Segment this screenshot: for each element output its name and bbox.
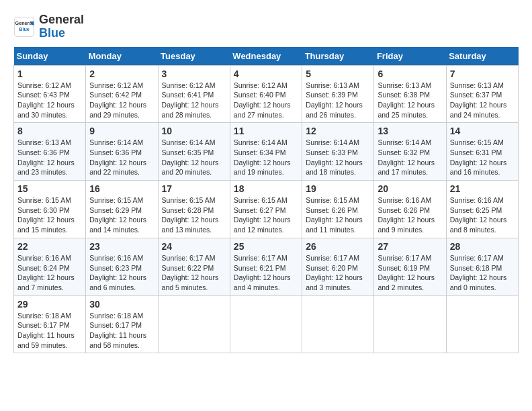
day-info: Sunrise: 6:14 AMSunset: 6:34 PMDaylight:…: [234, 138, 298, 177]
day-number: 1: [17, 68, 82, 79]
table-row: 18 Sunrise: 6:15 AMSunset: 6:27 PMDaylig…: [230, 181, 302, 238]
calendar-row: 29 Sunrise: 6:18 AMSunset: 6:17 PMDaylig…: [14, 295, 519, 353]
header-wednesday: Wednesday: [230, 47, 302, 66]
day-number: 28: [450, 241, 515, 252]
day-number: 27: [378, 241, 442, 252]
table-row: [374, 295, 446, 353]
table-row: 14 Sunrise: 6:15 AMSunset: 6:31 PMDaylig…: [446, 123, 518, 181]
day-info: Sunrise: 6:13 AMSunset: 6:38 PMDaylight:…: [378, 81, 442, 120]
table-row: [230, 295, 302, 353]
day-number: 7: [450, 68, 515, 79]
day-info: Sunrise: 6:16 AMSunset: 6:25 PMDaylight:…: [450, 195, 515, 235]
table-row: 11 Sunrise: 6:14 AMSunset: 6:34 PMDaylig…: [230, 123, 302, 181]
day-number: 13: [378, 126, 442, 136]
table-row: [158, 295, 230, 353]
day-info: Sunrise: 6:15 AMSunset: 6:27 PMDaylight:…: [234, 195, 298, 235]
table-row: 26 Sunrise: 6:17 AMSunset: 6:20 PMDaylig…: [302, 238, 374, 295]
table-row: 8 Sunrise: 6:13 AMSunset: 6:36 PMDayligh…: [14, 123, 86, 181]
day-info: Sunrise: 6:16 AMSunset: 6:23 PMDaylight:…: [89, 253, 154, 293]
header-monday: Monday: [86, 47, 158, 66]
day-number: 16: [89, 183, 154, 194]
day-info: Sunrise: 6:14 AMSunset: 6:32 PMDaylight:…: [378, 138, 442, 177]
day-number: 29: [17, 299, 82, 310]
calendar-row: 22 Sunrise: 6:16 AMSunset: 6:24 PMDaylig…: [14, 238, 519, 295]
day-number: 6: [378, 68, 442, 79]
table-row: 25 Sunrise: 6:17 AMSunset: 6:21 PMDaylig…: [230, 238, 302, 295]
table-row: 9 Sunrise: 6:14 AMSunset: 6:36 PMDayligh…: [86, 123, 158, 181]
day-info: Sunrise: 6:12 AMSunset: 6:43 PMDaylight:…: [17, 81, 82, 120]
day-number: 15: [17, 183, 82, 194]
table-row: 15 Sunrise: 6:15 AMSunset: 6:30 PMDaylig…: [14, 181, 86, 238]
table-row: 29 Sunrise: 6:18 AMSunset: 6:17 PMDaylig…: [14, 295, 86, 353]
table-row: 4 Sunrise: 6:12 AMSunset: 6:40 PMDayligh…: [230, 65, 302, 123]
logo: General Blue General Blue: [13, 13, 84, 40]
table-row: 24 Sunrise: 6:17 AMSunset: 6:22 PMDaylig…: [158, 238, 230, 295]
day-info: Sunrise: 6:16 AMSunset: 6:26 PMDaylight:…: [378, 195, 442, 235]
header-tuesday: Tuesday: [158, 47, 230, 66]
day-info: Sunrise: 6:13 AMSunset: 6:36 PMDaylight:…: [17, 138, 82, 177]
day-header-row: Sunday Monday Tuesday Wednesday Thursday…: [14, 47, 519, 66]
day-info: Sunrise: 6:16 AMSunset: 6:24 PMDaylight:…: [17, 253, 82, 293]
table-row: 12 Sunrise: 6:14 AMSunset: 6:33 PMDaylig…: [302, 123, 374, 181]
day-number: 20: [378, 183, 442, 194]
day-info: Sunrise: 6:12 AMSunset: 6:42 PMDaylight:…: [89, 81, 154, 120]
day-number: 22: [17, 241, 82, 252]
header-saturday: Saturday: [446, 47, 518, 66]
day-info: Sunrise: 6:14 AMSunset: 6:33 PMDaylight:…: [306, 138, 370, 177]
svg-text:General: General: [15, 20, 34, 26]
table-row: 10 Sunrise: 6:14 AMSunset: 6:35 PMDaylig…: [158, 123, 230, 181]
table-row: 6 Sunrise: 6:13 AMSunset: 6:38 PMDayligh…: [374, 65, 446, 123]
day-number: 10: [162, 126, 226, 136]
day-number: 23: [89, 241, 154, 252]
table-row: 5 Sunrise: 6:13 AMSunset: 6:39 PMDayligh…: [302, 65, 374, 123]
day-info: Sunrise: 6:14 AMSunset: 6:36 PMDaylight:…: [89, 138, 154, 177]
calendar-row: 1 Sunrise: 6:12 AMSunset: 6:43 PMDayligh…: [14, 65, 519, 123]
header-thursday: Thursday: [302, 47, 374, 66]
table-row: 20 Sunrise: 6:16 AMSunset: 6:26 PMDaylig…: [374, 181, 446, 238]
logo-icon: General Blue: [13, 16, 35, 38]
table-row: 28 Sunrise: 6:17 AMSunset: 6:18 PMDaylig…: [446, 238, 518, 295]
table-row: 2 Sunrise: 6:12 AMSunset: 6:42 PMDayligh…: [86, 65, 158, 123]
logo-text: General Blue: [39, 13, 84, 40]
day-number: 11: [234, 126, 298, 136]
day-number: 25: [234, 241, 298, 252]
table-row: 3 Sunrise: 6:12 AMSunset: 6:41 PMDayligh…: [158, 65, 230, 123]
day-number: 19: [306, 183, 370, 194]
day-number: 21: [450, 183, 515, 194]
calendar-row: 15 Sunrise: 6:15 AMSunset: 6:30 PMDaylig…: [14, 181, 519, 238]
day-info: Sunrise: 6:12 AMSunset: 6:41 PMDaylight:…: [162, 81, 226, 120]
day-info: Sunrise: 6:18 AMSunset: 6:17 PMDaylight:…: [89, 311, 154, 351]
day-info: Sunrise: 6:14 AMSunset: 6:35 PMDaylight:…: [162, 138, 226, 177]
day-number: 14: [450, 126, 515, 136]
svg-text:Blue: Blue: [19, 26, 30, 32]
day-info: Sunrise: 6:13 AMSunset: 6:37 PMDaylight:…: [450, 81, 515, 120]
day-number: 2: [89, 68, 154, 79]
day-info: Sunrise: 6:17 AMSunset: 6:19 PMDaylight:…: [378, 253, 442, 293]
day-info: Sunrise: 6:15 AMSunset: 6:28 PMDaylight:…: [162, 195, 226, 235]
table-row: 19 Sunrise: 6:15 AMSunset: 6:26 PMDaylig…: [302, 181, 374, 238]
table-row: [302, 295, 374, 353]
day-number: 3: [162, 68, 226, 79]
table-row: 30 Sunrise: 6:18 AMSunset: 6:17 PMDaylig…: [86, 295, 158, 353]
day-number: 24: [162, 241, 226, 252]
day-number: 9: [89, 126, 154, 136]
day-number: 5: [306, 68, 370, 79]
day-number: 8: [17, 126, 82, 136]
day-info: Sunrise: 6:17 AMSunset: 6:18 PMDaylight:…: [450, 253, 515, 293]
day-info: Sunrise: 6:17 AMSunset: 6:20 PMDaylight:…: [306, 253, 370, 293]
table-row: 7 Sunrise: 6:13 AMSunset: 6:37 PMDayligh…: [446, 65, 518, 123]
page-header: General Blue General Blue: [13, 13, 519, 40]
day-info: Sunrise: 6:17 AMSunset: 6:22 PMDaylight:…: [162, 253, 226, 293]
table-row: 22 Sunrise: 6:16 AMSunset: 6:24 PMDaylig…: [14, 238, 86, 295]
day-number: 17: [162, 183, 226, 194]
table-row: 17 Sunrise: 6:15 AMSunset: 6:28 PMDaylig…: [158, 181, 230, 238]
day-info: Sunrise: 6:15 AMSunset: 6:26 PMDaylight:…: [306, 195, 370, 235]
day-number: 26: [306, 241, 370, 252]
table-row: 13 Sunrise: 6:14 AMSunset: 6:32 PMDaylig…: [374, 123, 446, 181]
calendar-table: Sunday Monday Tuesday Wednesday Thursday…: [13, 47, 519, 354]
day-number: 12: [306, 126, 370, 136]
day-info: Sunrise: 6:13 AMSunset: 6:39 PMDaylight:…: [306, 81, 370, 120]
day-info: Sunrise: 6:18 AMSunset: 6:17 PMDaylight:…: [17, 311, 82, 351]
table-row: 21 Sunrise: 6:16 AMSunset: 6:25 PMDaylig…: [446, 181, 518, 238]
table-row: 27 Sunrise: 6:17 AMSunset: 6:19 PMDaylig…: [374, 238, 446, 295]
